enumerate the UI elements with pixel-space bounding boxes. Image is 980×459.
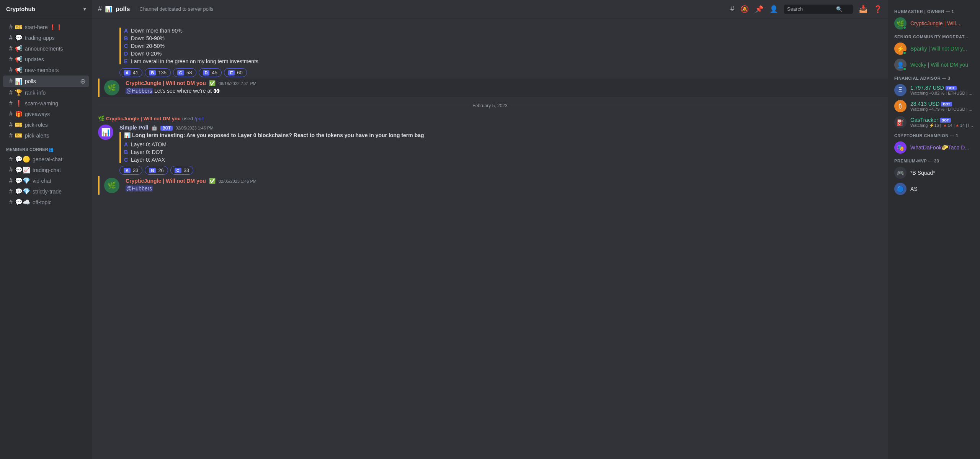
status-dot <box>903 26 906 30</box>
main-content: # 📊 polls Channel dedicated to server po… <box>92 0 888 459</box>
server-header[interactable]: Cryptohub ▾ <box>0 0 92 18</box>
member-name: 28,413 USD BOT <box>910 101 972 107</box>
member-avatar: Ξ <box>894 84 906 96</box>
message-content: CrypticJungle | Will not DM you ✅ 06/18/… <box>126 80 882 95</box>
sidebar-item-pick-alerts[interactable]: # 🎫 pick-alerts <box>3 130 89 141</box>
channel-icon: 🏆 <box>15 89 23 96</box>
date-text: February 5, 2023 <box>472 103 507 108</box>
member-avatar: ⛽ <box>894 116 906 128</box>
member-item[interactable]: 🔵 AS <box>891 181 977 197</box>
sidebar-item-trading-chat[interactable]: # 💬📈 trading-chat <box>3 165 89 175</box>
sidebar-item-off-topic[interactable]: # 💬☁️ off-topic <box>3 197 89 207</box>
member-item[interactable]: Ξ 1,797.87 USD BOT Watching +0.82 % | ET… <box>891 82 977 98</box>
member-item[interactable]: 🌿 CrypticJungle | Will... <box>891 15 977 31</box>
simplepoll-header: Simple Poll 🤖 BOT 02/05/2023 1:46 PM <box>119 125 882 131</box>
member-item[interactable]: ⛽ GasTracker BOT Watching ⚡16 | 🔺14 |🔺14… <box>891 114 977 130</box>
member-info: 1,797.87 USD BOT Watching +0.82 % | ETHU… <box>910 85 972 95</box>
member-item[interactable]: ⚡ Sparky | Will not DM y... <box>891 41 977 57</box>
member-info: 28,413 USD BOT Watching +4.79 % | BTCUSD… <box>910 101 972 111</box>
channel-label: start-here ❗❗ <box>25 24 62 30</box>
sidebar-item-updates[interactable]: # 📢 updates <box>3 54 89 64</box>
date-divider: February 5, 2023 <box>98 103 882 108</box>
member-name: WhatDaFook🌮Taco D... <box>910 144 969 151</box>
help-icon[interactable]: ❓ <box>874 5 882 13</box>
status-dot <box>903 51 906 55</box>
server-name: Cryptohub <box>6 6 35 12</box>
poll-title: 📊 Long term investing: Are you exposed t… <box>124 132 882 138</box>
channel-icon: 💬☁️ <box>15 198 30 206</box>
channel-label: updates <box>25 56 44 62</box>
used-poll-notice: 🌿 CrypticJungle | Will not DM you used /… <box>92 115 888 122</box>
sidebar-item-general-chat[interactable]: # 💬🟡 general-chat <box>3 154 89 164</box>
sidebar-item-vip-chat[interactable]: # 💬💎 vip-chat <box>3 175 89 186</box>
search-box[interactable]: 🔍 <box>784 5 853 14</box>
bot-badge: BOT <box>940 118 951 123</box>
sidebar-item-announcements[interactable]: # 📢 announcements <box>3 43 89 54</box>
reaction-B[interactable]: B135 <box>145 68 171 77</box>
reaction-C2[interactable]: C33 <box>170 166 193 175</box>
pin-icon[interactable]: 📌 <box>755 5 763 13</box>
channel-label: announcements <box>25 46 63 52</box>
member-item[interactable]: 👤 Wecky | Will not DM you <box>891 57 977 73</box>
hash-icon: # <box>9 111 13 118</box>
topbar: # 📊 polls Channel dedicated to server po… <box>92 0 888 18</box>
channel-label: polls <box>25 78 36 84</box>
simplepoll-avatar: 📊 <box>98 125 113 140</box>
sidebar-item-strictly-trade[interactable]: # 💬💎 strictly-trade <box>3 186 89 197</box>
members-panel: HUBMASTER | OWNER — 1 🌿 CrypticJungle | … <box>888 0 980 459</box>
member-item[interactable]: 🎮 *B Squad* <box>891 165 977 181</box>
sidebar-item-giveaways[interactable]: # 🎁 giveaways <box>3 109 89 119</box>
inbox-icon[interactable]: 📥 <box>859 5 867 13</box>
member-avatar: 🔵 <box>894 183 906 195</box>
notification-icon[interactable]: 🔕 <box>740 5 749 13</box>
poll-option: ALayer 0: ATOM <box>124 141 882 148</box>
member-avatar: ⚡ <box>894 43 906 55</box>
sidebar-item-polls[interactable]: # 📊 polls ⊕ <box>3 75 89 87</box>
member-info: GasTracker BOT Watching ⚡16 | 🔺14 |🔺14 |… <box>910 117 974 128</box>
username: CrypticJungle | Will not DM you <box>126 80 206 86</box>
poll-content-bar: 📊 Long term investing: Are you exposed t… <box>119 132 882 163</box>
channel-label: scam-warning <box>25 100 58 107</box>
member-section-title: PREMIUM-MVP — 33 <box>891 156 977 165</box>
reaction-A2[interactable]: A33 <box>119 166 142 175</box>
channel-icon: 📢 <box>15 56 23 63</box>
search-input[interactable] <box>787 6 833 12</box>
member-item[interactable]: ₿ 28,413 USD BOT Watching +4.79 % | BTCU… <box>891 98 977 114</box>
hash-icon: # <box>9 24 13 31</box>
hash-icon: # <box>98 5 102 13</box>
sidebar-item-start-here[interactable]: # 🎫 start-here ❗❗ <box>3 22 89 32</box>
channel-icon: 💬📈 <box>15 166 30 174</box>
channel-label: strictly-trade <box>33 189 62 195</box>
members-icon[interactable]: 👤 <box>769 5 778 13</box>
reaction-E[interactable]: E60 <box>224 68 247 77</box>
hash-icon: # <box>9 78 13 85</box>
hash-icon: # <box>9 56 13 63</box>
member-section-title: FINANCIAL ADVISOR — 3 <box>891 73 977 82</box>
channel-label: trading-apps <box>25 35 55 41</box>
add-member-icon[interactable]: ⊕ <box>80 77 86 85</box>
hashtag-icon[interactable]: # <box>730 5 734 13</box>
hash-icon: # <box>9 167 13 174</box>
sidebar-item-rank-info[interactable]: # 🏆 rank-info <box>3 87 89 98</box>
sidebar-item-pick-roles[interactable]: # 🎫 pick-roles <box>3 120 89 130</box>
sidebar-item-new-members[interactable]: # 📢 new-members <box>3 65 89 75</box>
sidebar-item-scam-warning[interactable]: # ❗ scam-warning <box>3 98 89 108</box>
reaction-C[interactable]: C58 <box>173 68 196 77</box>
member-avatar: ₿ <box>894 100 906 112</box>
hash-icon: # <box>9 156 13 163</box>
member-item[interactable]: 🎭 WhatDaFook🌮Taco D... <box>891 139 977 156</box>
hash-icon: # <box>9 177 13 184</box>
simplepoll-reactions: A33 B26 C33 <box>119 166 882 175</box>
hash-icon: # <box>9 89 13 96</box>
channel-icon: 💬 <box>15 34 23 41</box>
reaction-D[interactable]: D45 <box>199 68 222 77</box>
messages-area: ADown more than 90% BDown 50-90% CDown 2… <box>92 18 888 459</box>
reaction-A[interactable]: A41 <box>119 68 142 77</box>
reaction-B2[interactable]: B26 <box>145 166 168 175</box>
hash-icon: # <box>9 132 13 139</box>
member-info: WhatDaFook🌮Taco D... <box>910 144 969 151</box>
member-info: CrypticJungle | Will... <box>910 20 960 26</box>
channel-icon: 🎫 <box>15 121 23 128</box>
poll-option: ADown more than 90% <box>124 28 258 34</box>
sidebar-item-trading-apps[interactable]: # 💬 trading-apps <box>3 33 89 43</box>
